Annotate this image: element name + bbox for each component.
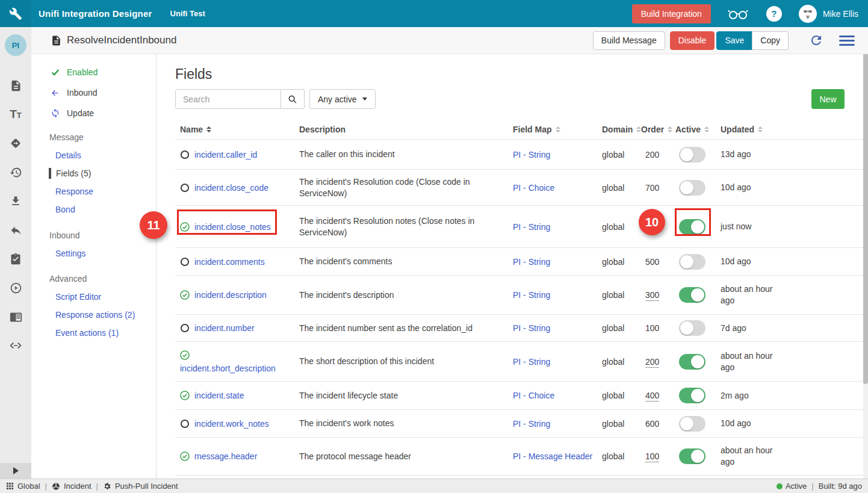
download-icon[interactable] [0, 187, 31, 215]
field-updated: 10d ago [721, 256, 784, 267]
code-icon[interactable] [0, 331, 31, 360]
statusbar-process[interactable]: Push-Pull Incident [103, 482, 178, 491]
build-integration-button[interactable]: Build Integration [632, 4, 711, 23]
field-map-link[interactable]: PI - String [513, 222, 550, 232]
field-map-link[interactable]: PI - Choice [513, 391, 554, 400]
nav-item-response[interactable]: Response [31, 182, 156, 200]
statusbar-incident[interactable]: Incident [52, 482, 91, 491]
field-name-link[interactable]: message.header [194, 451, 257, 461]
nav-item-fields[interactable]: Fields (5) [31, 164, 156, 182]
active-toggle[interactable] [679, 354, 705, 370]
active-toggle[interactable] [679, 287, 705, 303]
nav-update[interactable]: Update [31, 103, 156, 123]
field-description: The incident's work notes [299, 418, 513, 429]
field-order[interactable]: 600 [645, 419, 659, 429]
field-name-link[interactable]: incident.comments [194, 257, 265, 267]
history-icon[interactable] [0, 158, 31, 187]
column-domain[interactable]: Domain [602, 125, 641, 134]
nav-item-details[interactable]: Details [31, 146, 156, 164]
field-order[interactable]: 100 [645, 323, 659, 333]
sidebar-expand-button[interactable] [0, 463, 31, 479]
scrollbar-thumb[interactable] [863, 54, 868, 384]
table-row: incident.comments The incident's comment… [175, 248, 863, 276]
field-map-link[interactable]: PI - String [513, 419, 550, 429]
nav-section-inbound: Inbound [31, 226, 156, 244]
active-toggle[interactable] [679, 320, 705, 336]
nav-item-bond[interactable]: Bond [31, 200, 156, 219]
statusbar-global[interactable]: Global [6, 482, 40, 491]
field-map-link[interactable]: PI - String [513, 257, 550, 267]
document-icon[interactable] [0, 71, 31, 100]
user-avatar[interactable] [799, 5, 817, 23]
save-button[interactable]: Save [716, 31, 752, 50]
wrench-icon[interactable] [0, 0, 31, 27]
table-row: incident.close_code The incident's Resol… [175, 170, 863, 206]
refresh-icon[interactable] [809, 33, 823, 48]
menu-icon[interactable] [839, 36, 855, 46]
active-filter-dropdown[interactable]: Any active [309, 89, 376, 109]
column-order[interactable]: Order [641, 125, 675, 134]
table-row: incident.description The incident's desc… [175, 276, 863, 315]
field-order[interactable]: 700 [645, 183, 659, 193]
field-order[interactable]: 300 [645, 290, 659, 301]
field-order[interactable]: 500 [645, 257, 659, 267]
play-icon[interactable] [0, 273, 31, 302]
field-order[interactable]: 200 [645, 150, 659, 160]
active-toggle[interactable] [679, 147, 705, 163]
nav-item-settings[interactable]: Settings [31, 244, 156, 262]
field-name-link[interactable]: incident.work_notes [194, 419, 269, 429]
reply-icon[interactable] [0, 215, 31, 244]
user-name[interactable]: Mike Ellis [823, 9, 858, 19]
nav-item-script-editor[interactable]: Script Editor [31, 288, 156, 306]
field-description: The incident number sent as the correlat… [299, 323, 513, 334]
search-input[interactable] [175, 89, 281, 109]
field-map-link[interactable]: PI - String [513, 150, 550, 160]
build-message-button[interactable]: Build Message [593, 31, 665, 50]
nav-item-event-actions[interactable]: Event actions (1) [31, 324, 156, 342]
nav-inbound[interactable]: Inbound [31, 82, 156, 103]
field-name-link[interactable]: incident.short_description [180, 364, 276, 373]
send-icon[interactable] [0, 129, 31, 158]
field-name-link[interactable]: incident.caller_id [194, 150, 257, 160]
field-name-link[interactable]: incident.number [194, 323, 255, 333]
field-name-link[interactable]: incident.description [194, 290, 267, 300]
field-map-link[interactable]: PI - String [513, 357, 550, 367]
active-toggle[interactable] [679, 180, 705, 196]
field-name-link[interactable]: incident.state [194, 391, 244, 400]
active-toggle[interactable] [679, 388, 705, 403]
search-button[interactable] [281, 89, 305, 109]
field-map-link[interactable]: PI - Message Header [513, 451, 592, 461]
field-name-link[interactable]: incident.close_code [194, 183, 268, 193]
nav-enabled[interactable]: Enabled [31, 62, 156, 82]
active-toggle[interactable] [679, 416, 705, 432]
app-title: Unifi Integration Designer [39, 8, 152, 19]
field-name-link[interactable]: incident.close_notes [194, 222, 271, 232]
workspace-name[interactable]: Unifi Test [170, 9, 205, 18]
active-toggle[interactable] [679, 254, 705, 270]
spectacles-icon[interactable] [728, 7, 748, 20]
field-order[interactable]: 100 [645, 451, 659, 462]
column-updated[interactable]: Updated [721, 125, 863, 134]
disable-button[interactable]: Disable [670, 31, 715, 50]
help-icon[interactable]: ? [766, 6, 782, 22]
new-field-button[interactable]: New [811, 89, 845, 109]
column-field-map[interactable]: Field Map [513, 125, 602, 134]
active-toggle[interactable] [679, 448, 705, 464]
field-order[interactable]: 200 [645, 357, 659, 368]
active-toggle[interactable] [679, 219, 705, 235]
nav-item-response-actions[interactable]: Response actions (2) [31, 306, 156, 324]
copy-button[interactable]: Copy [752, 31, 789, 50]
tasks-icon[interactable] [0, 244, 31, 273]
field-updated: 10d ago [721, 418, 784, 429]
field-order[interactable]: 400 [645, 391, 659, 402]
vertical-scrollbar[interactable] [863, 54, 868, 479]
nav-section-advanced: Advanced [31, 270, 156, 288]
integration-avatar[interactable]: PI [5, 34, 26, 56]
field-map-link[interactable]: PI - Choice [513, 183, 554, 193]
column-name[interactable]: Name [175, 125, 299, 134]
field-map-link[interactable]: PI - String [513, 290, 550, 300]
knowledge-icon[interactable] [0, 302, 31, 331]
field-map-link[interactable]: PI - String [513, 323, 550, 333]
column-active[interactable]: Active [675, 125, 721, 134]
text-format-icon[interactable]: TT [0, 100, 31, 129]
